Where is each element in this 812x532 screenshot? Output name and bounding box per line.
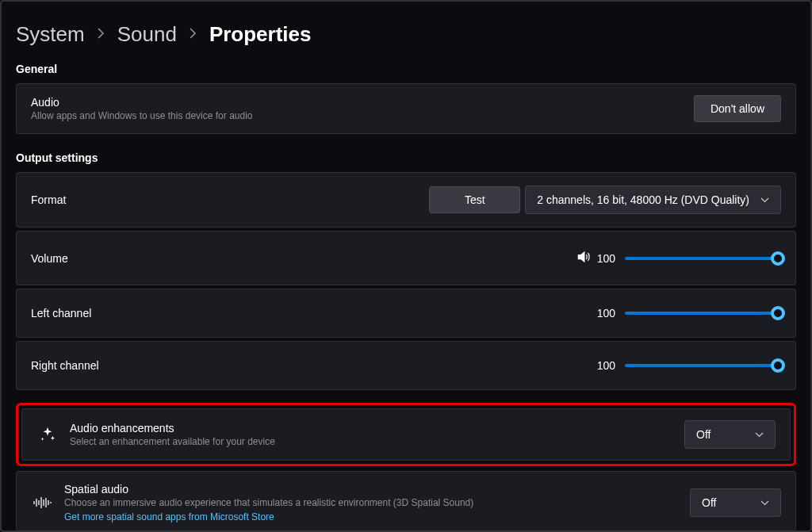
chevron-down-icon [760,195,769,205]
audio-subtitle: Allow apps and Windows to use this devic… [31,110,694,121]
card-spatial-audio: Spatial audio Choose an immersive audio … [16,471,796,532]
spatial-subtitle: Choose an immersive audio experience tha… [64,497,690,508]
chevron-right-icon [98,28,105,42]
volume-value: 100 [595,252,615,265]
dont-allow-button[interactable]: Don't allow [694,95,781,122]
chevron-down-icon [755,430,764,439]
card-volume: Volume 100 [16,231,796,285]
format-title: Format [31,193,429,206]
format-dropdown[interactable]: 2 channels, 16 bit, 48000 Hz (DVD Qualit… [525,186,781,214]
right-channel-value: 100 [595,359,615,372]
card-format: Format Test 2 channels, 16 bit, 48000 Hz… [16,172,796,228]
right-channel-slider[interactable] [625,364,781,367]
card-left-channel: Left channel 100 [16,289,796,338]
chevron-right-icon [190,28,197,42]
format-value: 2 channels, 16 bit, 48000 Hz (DVD Qualit… [537,193,749,206]
highlight-audio-enhancements: Audio enhancements Select an enhancement… [16,403,796,466]
enhancements-value: Off [696,428,710,441]
breadcrumb-system[interactable]: System [16,22,85,47]
card-audio-enhancements: Audio enhancements Select an enhancement… [21,408,791,461]
spatial-value: Off [702,496,716,509]
left-channel-value: 100 [595,307,615,320]
enhancements-title: Audio enhancements [70,422,684,434]
enhancements-dropdown[interactable]: Off [684,420,776,449]
chevron-down-icon [760,498,769,507]
breadcrumb-sound[interactable]: Sound [117,22,177,47]
enhancements-subtitle: Select an enhancement available for your… [70,436,684,447]
sparkle-icon [36,426,59,443]
left-channel-title: Left channel [31,307,595,320]
card-audio: Audio Allow apps and Windows to use this… [16,83,796,134]
soundwave-icon [31,495,53,511]
volume-slider[interactable] [625,257,781,260]
audio-title: Audio [31,96,694,109]
section-header-general: General [16,63,796,75]
breadcrumb-properties: Properties [209,22,312,47]
card-right-channel: Right channel 100 [16,341,796,390]
volume-title: Volume [31,252,576,265]
spatial-store-link[interactable]: Get more spatial sound apps from Microso… [64,511,690,522]
spatial-dropdown[interactable]: Off [690,488,781,517]
breadcrumb: System Sound Properties [16,22,796,47]
spatial-title: Spatial audio [64,483,690,496]
section-header-output: Output settings [16,151,796,164]
speaker-icon [576,249,592,267]
test-button[interactable]: Test [429,186,520,213]
left-channel-slider[interactable] [625,312,781,315]
right-channel-title: Right channel [31,359,595,372]
